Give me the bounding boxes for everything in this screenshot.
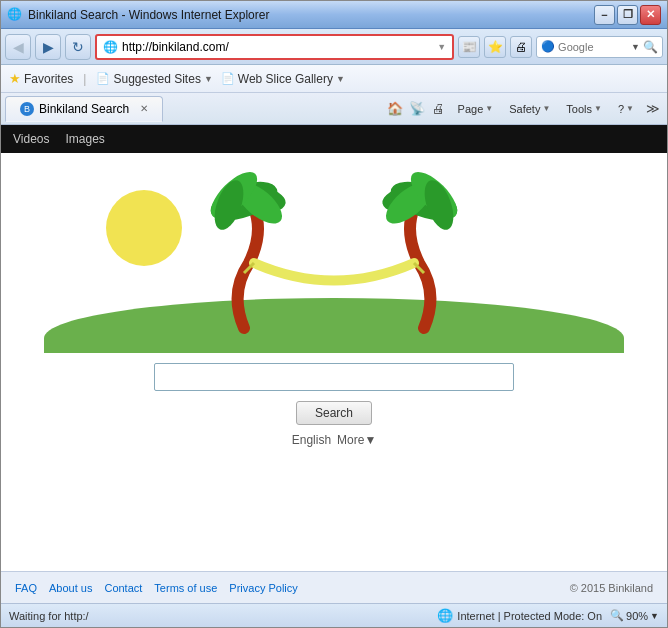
- page-dropdown: ▼: [485, 104, 493, 113]
- favorites-bar: ★ Favorites | 📄 Suggested Sites ▼ 📄 Web …: [1, 65, 667, 93]
- search-button[interactable]: Search: [296, 401, 372, 425]
- star-icon: ★: [9, 71, 21, 86]
- help-dropdown: ▼: [626, 104, 634, 113]
- footer-links: FAQ About us Contact Terms of use Privac…: [15, 582, 298, 594]
- webslice-dropdown[interactable]: ▼: [336, 74, 345, 84]
- lang-more[interactable]: More▼: [337, 433, 376, 447]
- webslice-label: Web Slice Gallery: [238, 72, 333, 86]
- more-tools-icon[interactable]: ≫: [643, 99, 663, 119]
- footer-faq[interactable]: FAQ: [15, 582, 37, 594]
- footer-contact[interactable]: Contact: [104, 582, 142, 594]
- window-title: Binkiland Search - Windows Internet Expl…: [28, 8, 269, 22]
- safety-label: Safety: [509, 103, 540, 115]
- footer-terms[interactable]: Terms of use: [154, 582, 217, 594]
- back-button[interactable]: ◀: [5, 34, 31, 60]
- zone-text: Internet | Protected Mode: On: [457, 610, 602, 622]
- webslice-icon: 📄: [221, 72, 235, 85]
- zoom-level: 90%: [626, 610, 648, 622]
- rss-icon[interactable]: 📡: [407, 99, 427, 119]
- refresh-button[interactable]: ↻: [65, 34, 91, 60]
- print-button[interactable]: 🖨: [510, 36, 532, 58]
- page-topnav: Videos Images: [1, 125, 667, 153]
- search-input[interactable]: [558, 41, 628, 53]
- status-right: 🌐 Internet | Protected Mode: On 🔍 90% ▼: [437, 608, 659, 623]
- forward-button[interactable]: ▶: [35, 34, 61, 60]
- bing-icon: 🔵: [541, 40, 555, 53]
- search-go-icon[interactable]: 🔍: [643, 40, 658, 54]
- page-wrapper: Videos Images: [1, 125, 667, 603]
- tools-dropdown: ▼: [594, 104, 602, 113]
- print-icon2[interactable]: 🖨: [429, 99, 449, 119]
- search-dropdown[interactable]: ▼: [631, 42, 640, 52]
- suggested-dropdown[interactable]: ▼: [204, 74, 213, 84]
- suggested-label: Suggested Sites: [113, 72, 200, 86]
- window-controls: − ❐ ✕: [594, 5, 661, 25]
- tab-icon: B: [20, 102, 34, 116]
- web-slice-gallery[interactable]: 📄 Web Slice Gallery ▼: [221, 72, 345, 86]
- zone-icon: 🌐: [437, 608, 453, 623]
- browser-window: 🌐 Binkiland Search - Windows Internet Ex…: [0, 0, 668, 628]
- zoom-dropdown[interactable]: ▼: [650, 611, 659, 621]
- address-bar: 🌐 ▼: [95, 34, 454, 60]
- main-search-input[interactable]: [154, 363, 514, 391]
- address-dropdown[interactable]: ▼: [437, 42, 446, 52]
- tools-label: Tools: [566, 103, 592, 115]
- safety-dropdown: ▼: [542, 104, 550, 113]
- svg-point-1: [106, 190, 182, 266]
- minimize-button[interactable]: −: [594, 5, 615, 25]
- zone-info: 🌐 Internet | Protected Mode: On: [437, 608, 602, 623]
- favorites-open-button[interactable]: ⭐: [484, 36, 506, 58]
- nav-images[interactable]: Images: [65, 132, 104, 146]
- browser-toolbar: B Binkiland Search ✕ 🏠 📡 🖨 Page ▼ Safety…: [1, 93, 667, 125]
- page-content: Search English More▼: [1, 153, 667, 571]
- status-text: Waiting for http:/: [9, 610, 89, 622]
- search-bar: 🔵 ▼ 🔍: [536, 36, 663, 58]
- page-footer: FAQ About us Contact Terms of use Privac…: [1, 571, 667, 603]
- tools-menu[interactable]: Tools ▼: [559, 100, 609, 118]
- site-illustration: [1, 153, 667, 353]
- rss-button[interactable]: 📰: [458, 36, 480, 58]
- footer-about[interactable]: About us: [49, 582, 92, 594]
- home-icon[interactable]: 🏠: [385, 99, 405, 119]
- page-label: Page: [458, 103, 484, 115]
- help-label: ?: [618, 103, 624, 115]
- toolbar-right: 🏠 📡 🖨 Page ▼ Safety ▼ Tools ▼ ? ▼ ≫: [385, 99, 663, 119]
- browser-icon: 🌐: [7, 7, 23, 23]
- favorites-menu[interactable]: ★ Favorites: [9, 71, 73, 86]
- svg-rect-3: [44, 338, 624, 353]
- safety-menu[interactable]: Safety ▼: [502, 100, 557, 118]
- page-menu[interactable]: Page ▼: [451, 100, 501, 118]
- footer-privacy[interactable]: Privacy Policy: [229, 582, 297, 594]
- footer-copyright: © 2015 Binkiland: [570, 582, 653, 594]
- restore-button[interactable]: ❐: [617, 5, 638, 25]
- zoom-icon: 🔍: [610, 609, 624, 622]
- address-input[interactable]: [122, 40, 433, 54]
- title-bar: 🌐 Binkiland Search - Windows Internet Ex…: [1, 1, 667, 29]
- tab-close[interactable]: ✕: [140, 103, 148, 114]
- help-button[interactable]: ? ▼: [611, 100, 641, 118]
- favorites-label: Favorites: [24, 72, 73, 86]
- navigation-bar: ◀ ▶ ↻ 🌐 ▼ 📰 ⭐ 🖨 🔵 ▼ 🔍: [1, 29, 667, 65]
- zoom-control[interactable]: 🔍 90% ▼: [610, 609, 659, 622]
- language-bar: English More▼: [292, 433, 377, 447]
- tab-label: Binkiland Search: [39, 102, 129, 116]
- search-area: Search: [1, 363, 667, 425]
- suggested-sites[interactable]: 📄 Suggested Sites ▼: [96, 72, 212, 86]
- page-icon: 🌐: [103, 40, 118, 54]
- status-bar: Waiting for http:/ 🌐 Internet | Protecte…: [1, 603, 667, 627]
- nav-videos[interactable]: Videos: [13, 132, 49, 146]
- scene-svg: [1, 153, 667, 353]
- active-tab[interactable]: B Binkiland Search ✕: [5, 96, 163, 122]
- suggested-icon: 📄: [96, 72, 110, 85]
- lang-english[interactable]: English: [292, 433, 331, 447]
- close-button[interactable]: ✕: [640, 5, 661, 25]
